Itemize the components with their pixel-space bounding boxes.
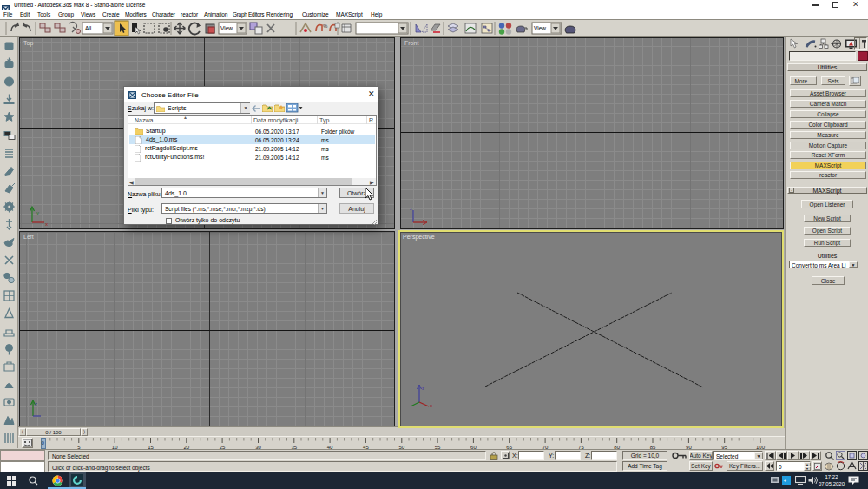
svg-text:View: View — [220, 25, 233, 31]
svg-text:z: z — [35, 401, 37, 406]
svg-text:z: z — [410, 206, 412, 211]
svg-text:x: x — [45, 221, 48, 227]
svg-text:z: z — [422, 386, 424, 391]
svg-text:y: y — [36, 210, 39, 215]
svg-text:%: % — [323, 23, 328, 29]
svg-text:View: View — [534, 25, 546, 31]
svg-text:x: x — [430, 403, 432, 408]
svg-text:All: All — [85, 25, 92, 31]
